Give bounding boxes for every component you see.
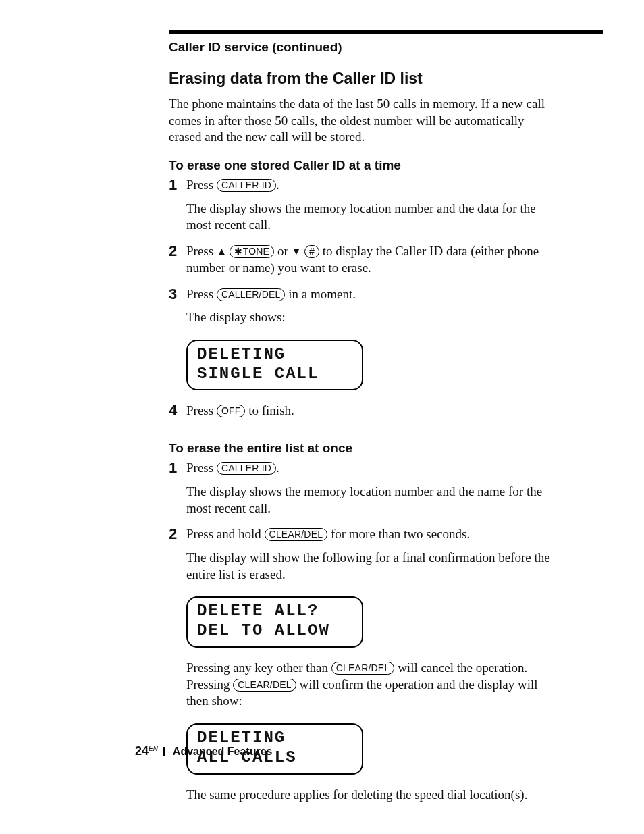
page-footer: 24EN Advanced Features (135, 744, 272, 758)
footer-separator (163, 747, 165, 756)
running-head: Caller ID service (continued) (169, 40, 603, 55)
text: Press and hold (186, 527, 265, 541)
up-arrow-icon: ▲ (217, 246, 227, 257)
step-body-text: The display will show the following for … (186, 550, 551, 583)
text: Press (186, 244, 217, 258)
key-caller-id: CALLER ID (217, 179, 276, 192)
intro-paragraph: The phone maintains the data of the last… (169, 96, 547, 146)
text: Pressing any key other than (186, 660, 331, 675)
top-rule (169, 30, 603, 34)
key-clear-del: CLEAR/DEL (265, 528, 328, 541)
step-a4: 4 Press OFF to finish. (169, 402, 603, 426)
subhead-erase-one: To erase one stored Caller ID at a time (169, 158, 603, 173)
step-b2: 2 Press and hold CLEAR/DEL for more than… (169, 526, 603, 590)
key-clear-del: CLEAR/DEL (331, 662, 395, 675)
step-number: 2 (169, 526, 186, 542)
footer-section-label: Advanced Features (173, 746, 273, 757)
step-body-text: The display shows the memory location nu… (186, 484, 551, 517)
section-title: Erasing data from the Caller ID list (169, 70, 603, 88)
step-b2-cont: Pressing any key other than CLEAR/DEL wi… (169, 660, 603, 716)
step-number: 3 (169, 286, 186, 303)
key-hash: # (304, 245, 319, 258)
step-a1: 1 Press CALLER ID. The display shows the… (169, 177, 603, 240)
subhead-erase-all: To erase the entire list at once (169, 441, 603, 456)
step-b1: 1 Press CALLER ID. The display shows the… (169, 460, 603, 523)
page-number: 24 (135, 744, 149, 758)
text: Press (186, 461, 217, 475)
lcd-line: SINGLE CALL (197, 365, 352, 384)
text: . (276, 461, 279, 475)
step-body-text: The display shows: (186, 309, 356, 326)
text: Press (186, 403, 217, 417)
step-a2: 2 Press ▲ ✱TONE or ▼ # to display the Ca… (169, 243, 603, 283)
step-body-text: The display shows the memory location nu… (186, 201, 551, 234)
text: Press (186, 178, 217, 192)
step-number: 4 (169, 402, 186, 419)
text: Press (186, 287, 217, 301)
lcd-line: DEL TO ALLOW (197, 621, 352, 641)
key-off: OFF (217, 405, 246, 417)
tail-note: The same procedure applies for deleting … (186, 787, 527, 804)
lcd-line: DELETING (197, 345, 352, 365)
lcd-deleting-single: DELETING SINGLE CALL (186, 340, 363, 391)
lcd-delete-all-prompt: DELETE ALL? DEL TO ALLOW (186, 596, 363, 648)
tail-note-row: The same procedure applies for deleting … (169, 787, 603, 810)
text: for more than two seconds. (327, 527, 470, 541)
text: . (276, 178, 279, 192)
lcd-line: DELETE ALL? (197, 602, 352, 621)
text: or (274, 244, 291, 258)
step-number: 1 (169, 460, 186, 476)
key-caller-id: CALLER ID (217, 462, 276, 475)
text: in a moment. (285, 287, 355, 301)
step-number: 1 (169, 177, 186, 193)
step-number: 2 (169, 243, 186, 259)
step-a3: 3 Press CALLER/DEL in a moment. The disp… (169, 286, 603, 333)
key-clear-del: CLEAR/DEL (233, 679, 296, 692)
down-arrow-icon: ▼ (291, 246, 301, 257)
key-star-tone: ✱TONE (230, 245, 274, 258)
key-caller-del: CALLER/DEL (217, 288, 286, 301)
text: to finish. (245, 403, 294, 417)
page-number-sup: EN (149, 745, 158, 752)
